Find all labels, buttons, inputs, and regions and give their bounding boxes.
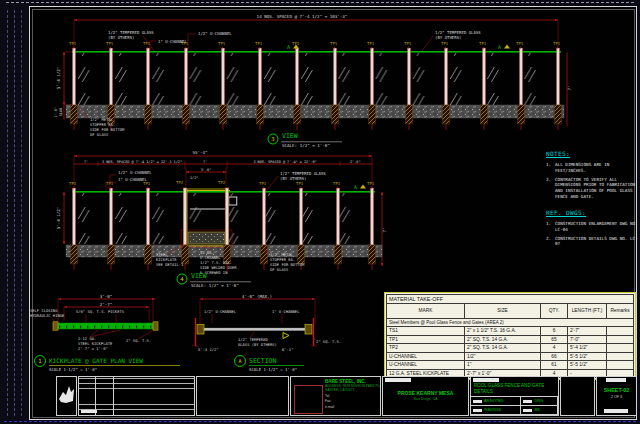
gate-stile-left	[53, 322, 58, 330]
svg-text:SECTION: SECTION	[249, 357, 276, 365]
sheet-number: SHEET-02	[597, 387, 636, 393]
gate-post-label: TP2	[176, 180, 184, 185]
gate-post-label: TP2	[218, 180, 226, 185]
swing-direction-arrow	[283, 333, 289, 339]
svg-text:TP1: TP1	[404, 41, 412, 46]
uchannel-one-label: 1" U-CHANNEL	[118, 177, 147, 182]
project-box: PROSE KEARNY MESA San Diego, CA	[382, 376, 469, 416]
svg-text:TP1: TP1	[330, 41, 338, 46]
svg-text:(BY OTHERS): (BY OTHERS)	[435, 35, 462, 40]
top-rail	[72, 191, 375, 193]
elevation-view-4: 55'-4" 7' 3 NOS. SPACED @ 7'-4 1/2" = 22…	[30, 148, 610, 290]
sheet-count: 2 OF 3	[597, 395, 636, 399]
svg-text:HYDRAULIC HINGE: HYDRAULIC HINGE	[30, 313, 65, 318]
svg-text:VIEW: VIEW	[191, 272, 207, 280]
table-section-row: Steel Members @ Pool Glass Fence and Gat…	[387, 318, 634, 327]
svg-text:TP1: TP1	[553, 41, 561, 46]
sheet-title: POOL GLASS FENCE AND GATE	[474, 383, 544, 388]
sheet-number-box: SHEET-02 2 OF 3	[596, 376, 637, 416]
svg-text:TP1: TP1	[259, 181, 267, 186]
svg-text:TP1: TP1	[441, 41, 449, 46]
uchannel-half-label: 1/2" U-CHANNEL	[204, 309, 237, 314]
notes-heading: NOTES:	[546, 150, 638, 158]
elevation-view-3: 14 NOS. SPACED @ 7'-4 1/2" = 103'-3" 5'-…	[30, 8, 610, 150]
svg-text:1: 1	[38, 358, 41, 364]
table-row: TS12" x 1 1/2" T.S. 16 G.A.62'-7"	[387, 327, 634, 336]
view3-title: 3 VIEW SCALE: 1/2" = 1'-0"	[268, 132, 342, 148]
checked-cell: BS	[521, 406, 558, 415]
svg-text:TP1: TP1	[367, 181, 375, 186]
view3-post-labels: TP1TP1 TP1TP1 TP1TP1 TP1TP1 TP1TP1 TP1TP…	[69, 41, 561, 46]
project-location: San Diego, CA	[383, 397, 468, 401]
company-box: BARE STEEL, INC. ADDRESS: 9838 MISSION P…	[290, 376, 381, 416]
ref-item: 2.CONSTRUCTION DETAILS DWG NO. LC-07	[546, 236, 638, 248]
company-fax: Fax:	[325, 399, 379, 403]
svg-text:SCALE 1-1/2" = 1'-0": SCALE 1-1/2" = 1'-0"	[249, 367, 297, 372]
section-title: A SECTION SCALE 1-1/2" = 1'-0"	[235, 356, 305, 373]
revision-table	[78, 376, 195, 416]
material-takeoff-table: MATERIAL TAKE-OFF MARK SIZE QTY. LENGTH …	[384, 292, 636, 380]
svg-text:TP1: TP1	[218, 41, 226, 46]
logo-box	[56, 376, 77, 416]
table-row: TP12" SQ. T.S. 14 G.A.657'-0"	[387, 335, 634, 344]
section-marker: A	[498, 44, 510, 50]
uchannel-one-label: 1" U-CHANNEL	[272, 309, 300, 314]
dim-seg2: 3 NOS. SPACED @ 7'-4 1/2" = 22'-1 1/2"	[102, 160, 182, 164]
top-rail	[72, 51, 561, 53]
uchannel-one-label: 1" U-CHANNEL	[158, 39, 187, 44]
svg-text:OF GLASS: OF GLASS	[270, 267, 289, 272]
uchannel-block-left	[197, 325, 204, 334]
svg-text:TP1: TP1	[255, 41, 263, 46]
dim-height: 5'-4 1/2"	[56, 207, 61, 230]
uchannel-half-label: 1/2" U-CHANNEL	[198, 31, 232, 36]
company-email: e-mail:	[325, 405, 379, 409]
svg-text:VIEW: VIEW	[282, 132, 298, 140]
dim-post: 7'	[382, 227, 387, 232]
plan-dimensions: 3'-0" 2'-7"	[58, 294, 155, 322]
dim-gate: 3'-0"	[100, 294, 113, 299]
dim-seg3: 7'	[203, 160, 207, 164]
cad-layout-page: 14 NOS. SPACED @ 7'-4 1/2" = 103'-3" 5'-…	[0, 0, 640, 424]
kickplate-plan-view: 3'-0" 2'-7" SELF CLOSING HYDRAULIC HINGE…	[28, 288, 188, 374]
view3-fence	[66, 46, 564, 130]
svg-text:TP1: TP1	[367, 41, 375, 46]
dim-kickplate: 2'-7"	[100, 302, 113, 307]
section-marker: A	[354, 184, 366, 190]
uchannel-block-right	[305, 325, 312, 334]
company-logo-icon	[57, 377, 76, 415]
vicinity-box	[196, 376, 289, 416]
svg-text:GLASS (BY OTHERS): GLASS (BY OTHERS)	[238, 342, 277, 347]
svg-text:A: A	[287, 44, 290, 50]
gate-latch	[229, 197, 237, 205]
scale-cell: AS NOTED	[471, 397, 521, 406]
title-block: BARE STEEL, INC. ADDRESS: 9838 MISSION P…	[56, 376, 637, 416]
dim-seg1: 7'	[84, 160, 88, 164]
svg-text:(BY OTHERS): (BY OTHERS)	[280, 176, 307, 181]
dim-gate-width: 3'-0"	[201, 168, 212, 172]
spare-box	[560, 376, 595, 416]
svg-text:SCALE 1-1/2" = 1'-0": SCALE 1-1/2" = 1'-0"	[49, 367, 97, 372]
company-tel: Tel.	[325, 394, 379, 398]
dim-right: 6'-1"	[282, 347, 293, 352]
section-view-a: 4'-0" (MAX.) 1/2" U-CHANNEL 1" U-CHANNEL…	[182, 288, 342, 374]
square-tube-label: 2" SQ. T.S.	[316, 339, 341, 344]
table-header-row: MARK SIZE QTY. LENGTH (FT.) Remarks	[387, 303, 634, 318]
svg-text:A: A	[354, 184, 357, 190]
svg-text:2'-7" x 1'-0": 2'-7" x 1'-0"	[78, 346, 108, 351]
plot-margin-dashes-left	[7, 10, 8, 416]
notes-panel: NOTES: 1.ALL DIMENSIONS ARE IN FEET/INCH…	[546, 150, 638, 250]
svg-text:A: A	[498, 44, 501, 50]
ground-hatch	[66, 105, 564, 118]
stamp-box	[294, 385, 323, 414]
sheet-title-box: POOL GLASS FENCE AND GATE DETAILS AS NOT…	[470, 376, 559, 416]
note-item: 1.ALL DIMENSIONS ARE IN FEET/INCHES.	[546, 162, 638, 174]
svg-text:TP1: TP1	[106, 41, 114, 46]
dim-height: 5'-4 1/2"	[56, 67, 61, 90]
project-name: PROSE KEARNY MESA	[383, 390, 468, 396]
dim-seg4: 3 NOS. SPACED @ 7'-4" = 22'-0"	[253, 160, 316, 164]
glass-in-section	[204, 328, 305, 331]
uchannel-half-label: 1/2" U-CHANNEL	[118, 170, 152, 175]
slab-label: SLAB	[59, 108, 63, 116]
plan-annotations: SELF CLOSING HYDRAULIC HINGE 5/8" SQ. T.…	[30, 308, 152, 351]
svg-text:TP1: TP1	[479, 41, 487, 46]
